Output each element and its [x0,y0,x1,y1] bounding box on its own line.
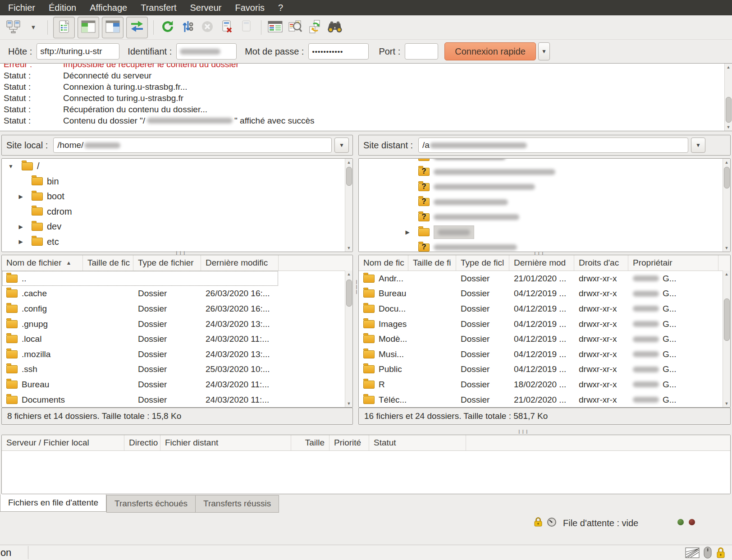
scroll-down-icon[interactable]: ▼ [345,244,352,252]
toggle-message-log-button[interactable] [53,17,75,38]
column-header-owner[interactable]: Propriétair [628,255,718,271]
quickconnect-dropdown[interactable]: ▼ [538,42,550,60]
column-header-permissions[interactable]: Droits d'ac [574,255,628,271]
file-row[interactable]: .mozilla Dossier 24/03/2020 13:... [2,347,352,362]
file-search-button[interactable] [326,18,344,37]
refresh-button[interactable] [159,18,177,37]
tree-item-redacted[interactable] [359,210,730,225]
column-header-size[interactable]: Taille de fi [408,255,456,271]
network-icon[interactable] [685,547,700,560]
file-row[interactable]: .cache Dossier 26/03/2020 16:... [2,286,352,302]
site-manager-dropdown[interactable]: ▼ [24,18,42,37]
tree-item-selected[interactable]: ▶ [359,225,730,240]
remote-path-combo[interactable]: /a [418,138,688,153]
directory-comparison-button[interactable] [286,18,304,37]
file-row[interactable]: Public Dossier 04/12/2019 ... drwxr-xr-x… [359,362,730,377]
directory-listing-filters-button[interactable] [266,18,284,37]
scroll-up-icon[interactable]: ▲ [345,159,352,166]
tab-successful-transfers[interactable]: Transferts réussis [196,495,279,513]
column-header-status[interactable]: Statut [369,435,466,450]
scrollbar-thumb[interactable] [724,298,730,341]
reconnect-button[interactable] [238,18,256,37]
tree-item-cdrom[interactable]: cdrom [2,204,352,220]
expander-closed-icon[interactable]: ▶ [403,229,412,235]
cancel-button[interactable] [198,18,216,37]
tree-item-dev[interactable]: ▶ dev [2,219,352,234]
column-header-type[interactable]: Type de ficl [456,255,509,271]
file-row[interactable]: Musi... Dossier 04/12/2019 ... drwxr-xr-… [359,347,730,362]
local-path-combo[interactable]: /home/ [53,138,332,153]
file-row[interactable]: Documents Dossier 24/03/2020 11:... [2,392,352,408]
lock-icon[interactable] [716,546,726,560]
local-path-dropdown[interactable]: ▼ [334,138,349,153]
file-row[interactable]: Images Dossier 04/12/2019 ... drwxr-xr-x… [359,317,730,332]
scroll-down-icon[interactable]: ▼ [725,124,732,131]
tree-item-redacted[interactable] [359,165,730,180]
column-header-remote-file[interactable]: Fichier distant [160,435,291,450]
toggle-local-tree-button[interactable] [78,17,99,38]
expander-closed-icon[interactable]: ▶ [16,239,25,245]
column-header-direction[interactable]: Directio [124,435,160,450]
toggle-remote-tree-button[interactable] [102,17,124,38]
username-input[interactable] [176,43,237,60]
scroll-up-icon[interactable]: ▲ [723,159,730,166]
scroll-up-icon[interactable]: ▲ [725,64,732,71]
file-row[interactable]: .gnupg Dossier 24/03/2020 13:... [2,317,352,332]
scroll-up-icon[interactable]: ▲ [345,271,352,278]
host-input[interactable] [37,43,119,60]
mouse-icon[interactable] [704,546,712,560]
scroll-down-icon[interactable]: ▼ [723,244,730,252]
expander-open-icon[interactable]: ▼ [6,163,15,170]
menu-item[interactable]: Transfert [141,3,176,13]
scroll-down-icon[interactable]: ▼ [345,400,352,407]
column-header-size[interactable]: Taille [291,435,329,450]
file-row[interactable]: Téléc... Dossier 21/02/2020 ... drwxr-xr… [359,392,730,408]
column-header-modified[interactable]: Dernière mod [509,255,574,271]
tree-item-redacted[interactable] [359,195,730,210]
file-row[interactable]: Modè... Dossier 04/12/2019 ... drwxr-xr-… [359,331,730,347]
menu-item[interactable]: ? [278,3,283,13]
disconnect-button[interactable] [218,18,236,37]
local-list-scrollbar[interactable]: ▲ ▼ [345,271,352,407]
queue-empty-area[interactable] [2,451,730,494]
file-row[interactable]: R Dossier 18/02/2020 ... drwxr-xr-x G... [359,377,730,392]
file-row[interactable]: Docu... Dossier 04/12/2019 ... drwxr-xr-… [359,301,730,317]
tree-item-redacted[interactable] [359,158,730,165]
speed-limits-icon[interactable] [547,517,557,529]
scrollbar-thumb[interactable] [346,167,352,186]
column-header-type[interactable]: Type de fichier [133,255,201,271]
port-input[interactable] [405,43,438,60]
remote-tree-scrollbar[interactable]: ▲ ▼ [723,159,730,252]
remote-path-dropdown[interactable]: ▼ [691,138,705,153]
scroll-up-icon[interactable]: ▲ [723,271,730,278]
menu-item[interactable]: Édition [49,3,76,13]
scrollbar-thumb[interactable] [346,280,352,307]
tab-queued-files[interactable]: Fichiers en file d'attente [0,494,106,512]
tree-item-boot[interactable]: ▶ boot [2,189,352,204]
menu-item[interactable]: Serveur [190,3,221,13]
synchronized-browsing-button[interactable] [306,18,324,37]
column-header-modified[interactable]: Dernière modific [201,255,279,271]
site-manager-button[interactable] [5,18,23,37]
file-row[interactable]: Andr... Dossier 21/01/2020 ... drwxr-xr-… [359,271,730,286]
file-row[interactable]: Bureau Dossier 24/03/2020 11:... [2,377,352,392]
lock-icon[interactable] [533,517,543,529]
menu-item[interactable]: Affichage [90,3,127,13]
column-header-server-local-file[interactable]: Serveur / Fichier local [2,435,124,450]
local-tree-scrollbar[interactable]: ▲ ▼ [345,159,352,252]
scrollbar-thumb[interactable] [726,97,732,123]
expander-closed-icon[interactable]: ▶ [16,193,25,200]
splitter-handle[interactable]: ❙❙❙ [517,429,529,434]
column-header-priority[interactable]: Priorité [329,435,369,450]
tree-item-redacted[interactable] [359,179,730,195]
file-row[interactable]: .. [2,271,352,286]
tree-item-bin[interactable]: bin [2,174,352,189]
file-row[interactable]: .config Dossier 26/03/2020 16:... [2,301,352,317]
file-row[interactable]: .local Dossier 24/03/2020 11:... [2,331,352,347]
column-header-name[interactable]: Nom de fic [359,255,408,271]
quickconnect-button[interactable]: Connexion rapide [444,42,536,60]
tree-item-root[interactable]: ▼ / [2,159,352,174]
toggle-transfer-queue-button[interactable] [126,17,148,38]
scroll-down-icon[interactable]: ▼ [723,400,730,407]
column-header-name[interactable]: Nom de fichier▲ [2,255,83,271]
